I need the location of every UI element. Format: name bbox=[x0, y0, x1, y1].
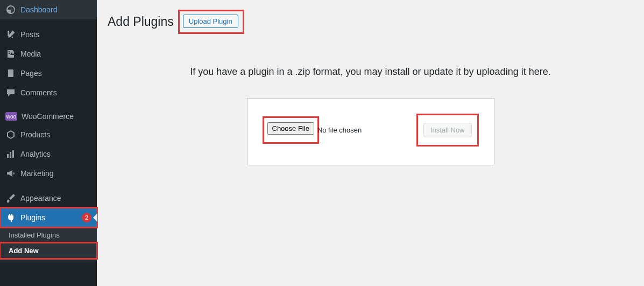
submenu-installed-plugins[interactable]: Installed Plugins bbox=[0, 227, 97, 243]
megaphone-icon bbox=[5, 168, 16, 179]
pin-icon bbox=[5, 29, 16, 40]
sidebar-item-label: Posts bbox=[20, 30, 91, 39]
svg-rect-2 bbox=[7, 154, 9, 158]
svg-rect-4 bbox=[12, 150, 14, 158]
sidebar-item-label: Plugins bbox=[20, 213, 80, 222]
woocommerce-icon: woo bbox=[5, 112, 17, 121]
plug-icon bbox=[5, 212, 16, 223]
sidebar-item-label: Appearance bbox=[20, 194, 91, 203]
sidebar-item-woocommerce[interactable]: woo WooCommerce bbox=[0, 108, 97, 125]
comment-icon bbox=[5, 87, 16, 98]
sidebar-item-label: Analytics bbox=[20, 150, 91, 158]
file-picker-section: Choose File No file chosen bbox=[263, 116, 362, 144]
update-count-badge: 2 bbox=[82, 213, 91, 222]
upload-form: Choose File No file chosen Install Now bbox=[247, 98, 494, 165]
sidebar-item-pages[interactable]: Pages bbox=[0, 64, 97, 83]
pages-icon bbox=[5, 68, 16, 79]
sidebar-item-comments[interactable]: Comments bbox=[0, 83, 97, 102]
brush-icon bbox=[5, 193, 16, 204]
box-icon bbox=[5, 129, 16, 140]
admin-sidebar: Dashboard Posts Media Pages Comments woo… bbox=[0, 0, 97, 286]
sidebar-item-media[interactable]: Media bbox=[0, 44, 97, 64]
media-icon bbox=[5, 48, 16, 59]
dashboard-icon bbox=[5, 4, 16, 15]
sidebar-item-label: Media bbox=[20, 50, 91, 58]
sidebar-item-label: Marketing bbox=[20, 169, 91, 178]
sidebar-item-label: Pages bbox=[20, 69, 91, 78]
upload-highlight: Upload Plugin bbox=[178, 10, 244, 34]
chart-icon bbox=[5, 149, 16, 159]
choose-highlight: Choose File bbox=[263, 116, 319, 144]
install-highlight: Install Now bbox=[416, 114, 479, 147]
sidebar-item-plugins[interactable]: Plugins 2 bbox=[0, 208, 97, 227]
sidebar-item-products[interactable]: Products bbox=[0, 125, 97, 144]
sidebar-item-posts[interactable]: Posts bbox=[0, 25, 97, 44]
page-title: Add Plugins bbox=[108, 15, 174, 29]
sidebar-item-analytics[interactable]: Analytics bbox=[0, 144, 97, 164]
main-content: Add Plugins Upload Plugin If you have a … bbox=[97, 0, 644, 286]
sidebar-item-label: Dashboard bbox=[20, 5, 91, 14]
sidebar-item-marketing[interactable]: Marketing bbox=[0, 164, 97, 183]
submenu-add-new[interactable]: Add New bbox=[0, 243, 97, 259]
sidebar-item-label: Comments bbox=[20, 88, 91, 97]
choose-file-button[interactable]: Choose File bbox=[267, 122, 314, 135]
no-file-text: No file chosen bbox=[317, 126, 362, 134]
sidebar-item-appearance[interactable]: Appearance bbox=[0, 189, 97, 208]
install-now-button[interactable]: Install Now bbox=[423, 123, 472, 137]
svg-rect-3 bbox=[10, 152, 11, 158]
sidebar-item-label: WooCommerce bbox=[22, 112, 91, 121]
plugins-submenu: Installed Plugins Add New bbox=[0, 227, 97, 259]
sidebar-item-dashboard[interactable]: Dashboard bbox=[0, 0, 97, 19]
sidebar-item-label: Products bbox=[20, 130, 91, 139]
upload-instruction: If you have a plugin in a .zip format, y… bbox=[108, 66, 633, 78]
page-header: Add Plugins Upload Plugin bbox=[108, 10, 633, 34]
upload-plugin-button[interactable]: Upload Plugin bbox=[183, 15, 238, 28]
